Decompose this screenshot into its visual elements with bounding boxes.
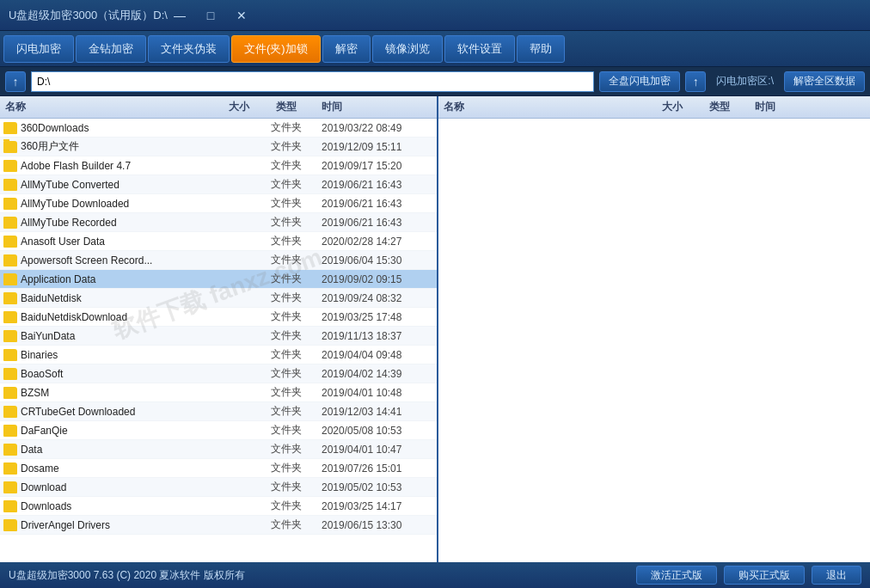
left-file-header: 名称 大小 类型 时间 (0, 96, 437, 119)
file-name: Adobe Flash Builder 4.7 (21, 160, 131, 172)
file-name: AllMyTube Recorded (21, 217, 117, 229)
titlebar: U盘超级加密3000（试用版）D:\ — □ ✕ (0, 0, 870, 31)
list-item[interactable]: DaFanQie文件夹2020/05/08 10:53 (0, 421, 437, 440)
file-time: 2019/05/02 10:53 (316, 481, 437, 493)
file-name: DriverAngel Drivers (21, 519, 110, 531)
folder-disguise-button[interactable]: 文件夹伪装 (148, 35, 230, 63)
left-path-input[interactable] (31, 71, 594, 92)
list-item[interactable]: Data文件夹2019/04/01 10:47 (0, 440, 437, 459)
list-item[interactable]: 360用户文件文件夹2019/12/09 15:11 (0, 138, 437, 156)
close-button[interactable]: ✕ (230, 6, 254, 25)
buy-button[interactable]: 购买正式版 (724, 566, 805, 585)
file-name: BoaoSoft (21, 368, 63, 380)
list-item[interactable]: Downloads文件夹2019/03/25 14:17 (0, 497, 437, 516)
list-item[interactable]: Dosame文件夹2019/07/26 15:01 (0, 459, 437, 478)
file-type: 文件夹 (256, 442, 316, 456)
file-time: 2019/03/25 14:17 (316, 500, 437, 512)
list-item[interactable]: BaiduNetdisk文件夹2019/09/24 08:32 (0, 289, 437, 308)
flash-encrypt-button[interactable]: 闪电加密 (3, 35, 74, 63)
software-settings-button[interactable]: 软件设置 (444, 35, 515, 63)
right-header-type: 类型 (689, 100, 750, 114)
file-type: 文件夹 (256, 461, 316, 475)
main-content: 名称 大小 类型 时间 360Downloads文件夹2019/03/22 08… (0, 96, 870, 562)
file-time: 2019/03/25 17:48 (316, 311, 437, 323)
file-time: 2019/09/24 08:32 (316, 292, 437, 304)
left-file-list: 360Downloads文件夹2019/03/22 08:49360用户文件文件… (0, 119, 437, 562)
exit-button[interactable]: 退出 (812, 566, 861, 585)
list-item[interactable]: AllMyTube Downloaded文件夹2019/06/21 16:43 (0, 194, 437, 213)
file-time: 2019/12/03 14:41 (316, 406, 437, 418)
file-type: 文件夹 (256, 120, 316, 135)
file-time: 2019/06/21 16:43 (316, 198, 437, 210)
full-flash-encrypt-button[interactable]: 全盘闪电加密 (599, 71, 680, 92)
file-type: 文件夹 (256, 309, 316, 324)
file-name: BZSM (21, 387, 49, 399)
file-time: 2019/06/04 15:30 (316, 254, 437, 266)
file-name: Dosame (21, 462, 59, 475)
file-type: 文件夹 (256, 215, 316, 230)
folder-icon (3, 179, 17, 191)
help-button[interactable]: 帮助 (517, 35, 565, 63)
list-item[interactable]: Adobe Flash Builder 4.7文件夹2019/09/17 15:… (0, 156, 437, 175)
decrypt-button[interactable]: 解密 (322, 35, 371, 63)
folder-icon (3, 236, 17, 248)
file-name: Anasoft User Data (21, 236, 105, 248)
list-item[interactable]: BZSM文件夹2019/04/01 10:48 (0, 383, 437, 402)
file-name: Data (21, 444, 42, 456)
file-encrypt-button[interactable]: 文件(夹)加锁 (231, 35, 321, 63)
gold-encrypt-button[interactable]: 金钻加密 (76, 35, 146, 63)
maximize-button[interactable]: □ (199, 6, 223, 25)
file-time: 2019/04/02 14:39 (316, 368, 437, 380)
list-item[interactable]: DriverAngel Drivers文件夹2019/06/15 13:30 (0, 516, 437, 535)
image-browser-button[interactable]: 镜像浏览 (372, 35, 443, 63)
file-type: 文件夹 (256, 253, 316, 267)
right-header-size: 大小 (629, 100, 689, 114)
left-panel: 名称 大小 类型 时间 360Downloads文件夹2019/03/22 08… (0, 96, 438, 562)
right-up-button[interactable]: ↑ (685, 71, 706, 92)
list-item[interactable]: 360Downloads文件夹2019/03/22 08:49 (0, 119, 437, 138)
list-item[interactable]: Apowersoft Screen Record...文件夹2019/06/04… (0, 251, 437, 270)
left-up-button[interactable]: ↑ (5, 71, 26, 92)
toolbar: 闪电加密金钻加密文件夹伪装文件(夹)加锁解密镜像浏览软件设置帮助 (0, 31, 870, 67)
folder-icon (3, 254, 17, 266)
file-type: 文件夹 (256, 347, 316, 362)
list-item[interactable]: AllMyTube Converted文件夹2019/06/21 16:43 (0, 175, 437, 194)
list-item[interactable]: Download文件夹2019/05/02 10:53 (0, 478, 437, 497)
list-item[interactable]: BaiYunData文件夹2019/11/13 18:37 (0, 327, 437, 346)
titlebar-title: U盘超级加密3000（试用版）D:\ (9, 8, 168, 23)
folder-icon (3, 292, 17, 304)
file-type: 文件夹 (256, 139, 316, 154)
decrypt-all-button[interactable]: 解密全区数据 (784, 71, 865, 92)
addressbar: ↑ 全盘闪电加密 ↑ 闪电加密区:\ 解密全区数据 (0, 67, 870, 96)
list-item[interactable]: Anasoft User Data文件夹2020/02/28 14:27 (0, 232, 437, 251)
list-item[interactable]: Application Data文件夹2019/09/02 09:15 (0, 270, 437, 289)
file-type: 文件夹 (256, 272, 316, 286)
header-size: 大小 (196, 100, 256, 114)
file-name: BaiYunData (21, 330, 75, 342)
folder-icon (3, 406, 17, 418)
file-name: Apowersoft Screen Record... (21, 254, 152, 266)
list-item[interactable]: BaiduNetdiskDownload文件夹2019/03/25 17:48 (0, 308, 437, 327)
file-time: 2019/03/22 08:49 (316, 122, 437, 134)
activate-button[interactable]: 激活正式版 (636, 566, 717, 585)
file-name: AllMyTube Converted (21, 179, 119, 191)
file-name: CRTubeGet Downloaded (21, 406, 135, 418)
folder-icon (3, 462, 17, 475)
file-type: 文件夹 (256, 518, 316, 532)
titlebar-controls: — □ ✕ (168, 6, 254, 25)
list-item[interactable]: Binaries文件夹2019/04/04 09:48 (0, 346, 437, 364)
file-time: 2019/07/26 15:01 (316, 462, 437, 475)
right-file-list (438, 119, 870, 562)
file-type: 文件夹 (256, 291, 316, 305)
file-name: Download (21, 481, 66, 493)
file-time: 2019/12/09 15:11 (316, 141, 437, 153)
file-time: 2019/06/15 13:30 (316, 519, 437, 531)
minimize-button[interactable]: — (168, 6, 192, 25)
file-time: 2020/02/28 14:27 (316, 236, 437, 248)
file-time: 2019/04/01 10:48 (316, 387, 437, 399)
list-item[interactable]: CRTubeGet Downloaded文件夹2019/12/03 14:41 (0, 402, 437, 421)
folder-icon (3, 368, 17, 380)
list-item[interactable]: AllMyTube Recorded文件夹2019/06/21 16:43 (0, 213, 437, 232)
file-time: 2019/06/21 16:43 (316, 217, 437, 229)
list-item[interactable]: BoaoSoft文件夹2019/04/02 14:39 (0, 364, 437, 383)
